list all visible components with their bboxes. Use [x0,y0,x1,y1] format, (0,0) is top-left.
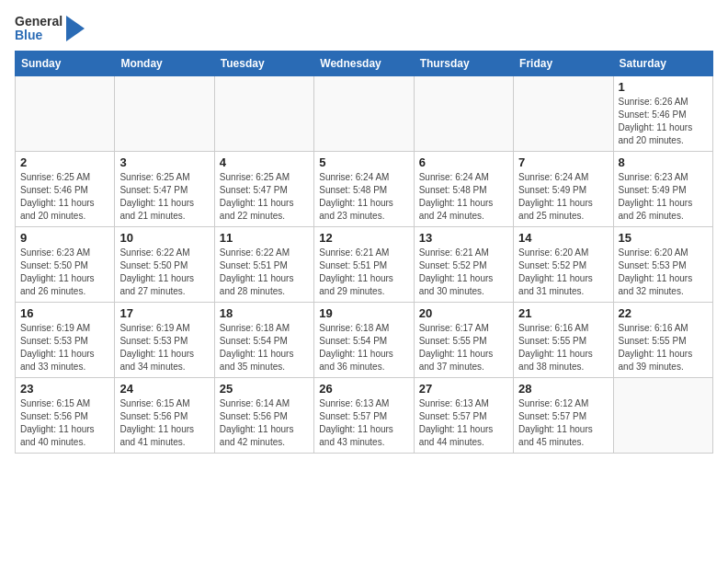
day-of-week-header: Sunday [16,51,115,75]
day-number: 7 [518,155,608,169]
logo-arrow-icon [66,16,85,41]
logo: GeneralBlue [15,15,85,43]
day-info: Sunrise: 6:25 AM Sunset: 5:46 PM Dayligh… [20,171,109,223]
calendar-cell: 25Sunrise: 6:14 AM Sunset: 5:56 PM Dayli… [214,377,313,453]
calendar-cell: 22Sunrise: 6:16 AM Sunset: 5:55 PM Dayli… [613,302,712,377]
day-number: 26 [319,382,408,396]
calendar-cell: 19Sunrise: 6:18 AM Sunset: 5:54 PM Dayli… [314,302,414,377]
day-number: 22 [619,306,708,320]
day-number: 4 [220,155,309,169]
day-number: 24 [119,382,209,396]
day-number: 27 [419,382,508,396]
calendar-cell: 18Sunrise: 6:18 AM Sunset: 5:54 PM Dayli… [214,302,313,377]
day-info: Sunrise: 6:20 AM Sunset: 5:53 PM Dayligh… [619,247,708,298]
day-info: Sunrise: 6:13 AM Sunset: 5:57 PM Dayligh… [419,397,508,449]
day-info: Sunrise: 6:19 AM Sunset: 5:53 PM Dayligh… [119,322,209,373]
calendar-cell: 17Sunrise: 6:19 AM Sunset: 5:53 PM Dayli… [115,302,214,377]
calendar-cell: 26Sunrise: 6:13 AM Sunset: 5:57 PM Dayli… [314,377,414,453]
calendar-cell: 13Sunrise: 6:21 AM Sunset: 5:52 PM Dayli… [414,226,513,302]
day-info: Sunrise: 6:21 AM Sunset: 5:51 PM Dayligh… [319,247,408,298]
calendar-cell [514,75,613,151]
day-number: 18 [220,306,309,320]
calendar-cell: 3Sunrise: 6:25 AM Sunset: 5:47 PM Daylig… [115,151,214,226]
day-info: Sunrise: 6:13 AM Sunset: 5:57 PM Dayligh… [319,397,408,449]
day-number: 6 [419,155,508,169]
day-number: 8 [619,155,708,169]
day-number: 17 [119,306,209,320]
day-number: 10 [119,231,209,245]
day-info: Sunrise: 6:16 AM Sunset: 5:55 PM Dayligh… [619,322,708,373]
calendar-cell: 28Sunrise: 6:12 AM Sunset: 5:57 PM Dayli… [514,377,613,453]
calendar-week-row: 1Sunrise: 6:26 AM Sunset: 5:46 PM Daylig… [16,75,713,151]
day-number: 19 [319,306,408,320]
day-info: Sunrise: 6:22 AM Sunset: 5:51 PM Dayligh… [220,247,309,298]
day-number: 20 [419,306,508,320]
day-number: 9 [20,231,109,245]
calendar-cell: 24Sunrise: 6:15 AM Sunset: 5:56 PM Dayli… [115,377,214,453]
day-number: 5 [319,155,408,169]
day-number: 16 [20,306,109,320]
day-number: 1 [619,80,708,94]
day-of-week-header: Friday [514,51,613,75]
day-number: 23 [20,382,109,396]
calendar-cell: 20Sunrise: 6:17 AM Sunset: 5:55 PM Dayli… [414,302,513,377]
calendar-cell [214,75,313,151]
day-info: Sunrise: 6:24 AM Sunset: 5:48 PM Dayligh… [319,171,408,223]
page-header: GeneralBlue [15,15,713,43]
calendar-cell: 27Sunrise: 6:13 AM Sunset: 5:57 PM Dayli… [414,377,513,453]
day-of-week-header: Tuesday [214,51,313,75]
day-number: 2 [20,155,109,169]
day-number: 14 [518,231,608,245]
day-number: 11 [220,231,309,245]
day-of-week-header: Thursday [414,51,513,75]
calendar-cell: 16Sunrise: 6:19 AM Sunset: 5:53 PM Dayli… [16,302,115,377]
day-info: Sunrise: 6:14 AM Sunset: 5:56 PM Dayligh… [220,397,309,449]
calendar-cell: 4Sunrise: 6:25 AM Sunset: 5:47 PM Daylig… [214,151,313,226]
day-of-week-header: Monday [115,51,214,75]
calendar-cell [115,75,214,151]
day-number: 12 [319,231,408,245]
calendar-cell [613,377,712,453]
day-of-week-header: Wednesday [314,51,414,75]
calendar-cell: 8Sunrise: 6:23 AM Sunset: 5:49 PM Daylig… [613,151,712,226]
calendar-cell: 21Sunrise: 6:16 AM Sunset: 5:55 PM Dayli… [514,302,613,377]
calendar-cell: 1Sunrise: 6:26 AM Sunset: 5:46 PM Daylig… [613,75,712,151]
day-info: Sunrise: 6:18 AM Sunset: 5:54 PM Dayligh… [220,322,309,373]
day-number: 21 [518,306,608,320]
day-number: 15 [619,231,708,245]
calendar-table: SundayMondayTuesdayWednesdayThursdayFrid… [15,51,713,454]
calendar-cell: 9Sunrise: 6:23 AM Sunset: 5:50 PM Daylig… [16,226,115,302]
calendar-cell: 15Sunrise: 6:20 AM Sunset: 5:53 PM Dayli… [613,226,712,302]
calendar-cell: 2Sunrise: 6:25 AM Sunset: 5:46 PM Daylig… [16,151,115,226]
calendar-header-row: SundayMondayTuesdayWednesdayThursdayFrid… [16,51,713,75]
day-info: Sunrise: 6:23 AM Sunset: 5:49 PM Dayligh… [619,171,708,223]
calendar-cell: 11Sunrise: 6:22 AM Sunset: 5:51 PM Dayli… [214,226,313,302]
day-info: Sunrise: 6:25 AM Sunset: 5:47 PM Dayligh… [119,171,209,223]
calendar-cell [16,75,115,151]
day-info: Sunrise: 6:16 AM Sunset: 5:55 PM Dayligh… [518,322,608,373]
calendar-week-row: 9Sunrise: 6:23 AM Sunset: 5:50 PM Daylig… [16,226,713,302]
svg-marker-0 [66,16,85,41]
day-info: Sunrise: 6:24 AM Sunset: 5:49 PM Dayligh… [518,171,608,223]
day-info: Sunrise: 6:21 AM Sunset: 5:52 PM Dayligh… [419,247,508,298]
logo-general-text: General [15,15,63,29]
calendar-cell: 14Sunrise: 6:20 AM Sunset: 5:52 PM Dayli… [514,226,613,302]
calendar-cell: 12Sunrise: 6:21 AM Sunset: 5:51 PM Dayli… [314,226,414,302]
day-info: Sunrise: 6:24 AM Sunset: 5:48 PM Dayligh… [419,171,508,223]
calendar-cell: 7Sunrise: 6:24 AM Sunset: 5:49 PM Daylig… [514,151,613,226]
day-of-week-header: Saturday [613,51,712,75]
day-info: Sunrise: 6:20 AM Sunset: 5:52 PM Dayligh… [518,247,608,298]
day-info: Sunrise: 6:15 AM Sunset: 5:56 PM Dayligh… [20,397,109,449]
calendar-week-row: 2Sunrise: 6:25 AM Sunset: 5:46 PM Daylig… [16,151,713,226]
calendar-week-row: 16Sunrise: 6:19 AM Sunset: 5:53 PM Dayli… [16,302,713,377]
calendar-week-row: 23Sunrise: 6:15 AM Sunset: 5:56 PM Dayli… [16,377,713,453]
calendar-cell [414,75,513,151]
day-number: 28 [518,382,608,396]
day-number: 3 [119,155,209,169]
calendar-cell [314,75,414,151]
day-info: Sunrise: 6:22 AM Sunset: 5:50 PM Dayligh… [119,247,209,298]
day-info: Sunrise: 6:26 AM Sunset: 5:46 PM Dayligh… [619,96,708,147]
day-number: 25 [220,382,309,396]
logo-blue-text: Blue [15,29,63,42]
day-number: 13 [419,231,508,245]
